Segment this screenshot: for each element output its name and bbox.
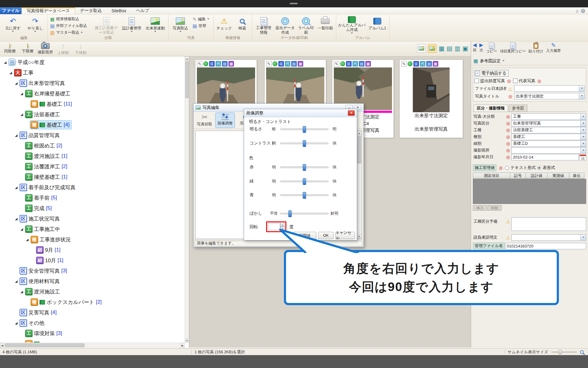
- redo-button[interactable]: ↷ やり直し: [24, 15, 46, 35]
- album1-button[interactable]: アルバム1: [367, 15, 388, 35]
- expand-arrow-icon[interactable]: ◢: [8, 71, 13, 75]
- tree-item[interactable]: ◢ 区 着手前及び完成写真: [0, 182, 185, 193]
- file-jp-name-combo[interactable]: [514, 85, 585, 92]
- expand-arrow-icon[interactable]: ◢: [13, 133, 19, 137]
- tree-item[interactable]: 工 着手前 [5]: [0, 193, 185, 203]
- easy-album-button[interactable]: かんたんアルバム作成: [338, 15, 366, 35]
- tree-item[interactable]: 工 法覆護岸工 [2]: [0, 161, 185, 172]
- spin-up-icon[interactable]: ▲: [280, 223, 285, 227]
- edit-photo-icon[interactable]: ✎: [401, 61, 407, 67]
- slider-thumb[interactable]: [303, 140, 306, 147]
- view-cols-icon[interactable]: ▥: [454, 45, 460, 52]
- representative-badge[interactable]: 代: [352, 61, 358, 67]
- same-level-button[interactable]: → 同階層: [1, 42, 18, 56]
- file-menu-button[interactable]: ファイル: [0, 7, 21, 14]
- category-combo[interactable]: 法留基礎工: [511, 127, 586, 133]
- expand-arrow-icon[interactable]: ◢: [2, 60, 8, 64]
- scrollbar-thumb[interactable]: [357, 136, 361, 163]
- representative-photo-checkbox[interactable]: [513, 79, 518, 83]
- tree-item[interactable]: 工 擁壁基礎工 [1]: [0, 172, 185, 182]
- tree-item[interactable]: ◢ 区 出来形管理写真: [0, 78, 185, 88]
- work-type-reserve-field[interactable]: [511, 217, 586, 231]
- edit-photo-icon[interactable]: ✎: [197, 61, 202, 67]
- blue-slider[interactable]: [280, 194, 329, 196]
- list-print-button[interactable]: 一覧印刷: [316, 15, 334, 35]
- next-photo-button[interactable]: ▶ 次: [479, 43, 483, 52]
- edit-vertical-scrollbar[interactable]: ▲ ▼: [357, 131, 361, 239]
- submit-badge[interactable]: 提: [346, 61, 352, 67]
- tree-item[interactable]: ◢ 工 法留基礎工: [0, 109, 185, 120]
- scroll-left-icon[interactable]: ◀: [0, 343, 4, 347]
- contrast-slider[interactable]: [280, 143, 329, 144]
- label-print-button[interactable]: ✎ ラベル印刷: [297, 15, 315, 35]
- adjust-tool-button[interactable]: 画像調整: [215, 113, 235, 128]
- scroll-right-icon[interactable]: ▶: [180, 343, 185, 347]
- expand-arrow-icon[interactable]: ◢: [13, 279, 19, 283]
- print-badge-icon[interactable]: ▤: [426, 61, 432, 67]
- tree-vertical-scrollbar[interactable]: ▲ ▼: [185, 56, 189, 343]
- tree-item[interactable]: 種 ボックスカルバート [2]: [0, 297, 185, 307]
- crop-tool-button[interactable]: ✂ 写真切取: [195, 113, 214, 128]
- tree-item[interactable]: ◢ 種 工事進捗状況: [0, 234, 185, 245]
- tree-item[interactable]: 種: [0, 339, 185, 343]
- contractor-note-combo[interactable]: [511, 234, 586, 241]
- tree-item[interactable]: 工 完成 [5]: [0, 203, 185, 213]
- tree-item[interactable]: ◢ 平成○○年度: [0, 57, 185, 67]
- tree-item[interactable]: 区 災害写真 [4]: [0, 307, 185, 318]
- tree-item[interactable]: 細 9月 [1]: [0, 245, 185, 255]
- text-format-radio[interactable]: [505, 166, 509, 170]
- electronic-delivery-checkbox[interactable]: ✓ 電子納品する: [474, 70, 509, 77]
- import-master-button[interactable]: ▥ マスター取込: [49, 29, 92, 36]
- reference-figure-settings-button[interactable]: ▦ 参考図設定: [471, 57, 588, 65]
- tab-sitebox[interactable]: SiteBox: [107, 7, 131, 14]
- adjust-title-bar[interactable]: 画像調整 ✕: [244, 109, 357, 117]
- close-icon[interactable]: ✕: [348, 110, 355, 116]
- tab-data-import[interactable]: データ取込: [75, 7, 107, 14]
- view-rows-icon[interactable]: ▤: [447, 45, 452, 52]
- tree-item[interactable]: 工 根固め工 [2]: [0, 140, 185, 151]
- green-slider[interactable]: [280, 181, 329, 182]
- print-badge-icon[interactable]: ▤: [359, 61, 364, 67]
- tab-photo-database[interactable]: 写真情報データベース: [21, 7, 75, 14]
- measurement-table-body[interactable]: [473, 179, 586, 204]
- design-doc-button[interactable]: 設計書管理: [120, 15, 143, 35]
- combo-button[interactable]: [580, 148, 586, 153]
- view-mode-thumbnail-button[interactable]: [428, 44, 436, 53]
- tree-item[interactable]: ◢ 大 工事: [0, 67, 185, 78]
- import-estimate-button[interactable]: ▦ 積算情報取込: [49, 16, 92, 22]
- tree-item[interactable]: ◢ 区 品質管理写真: [0, 130, 185, 140]
- representative-badge[interactable]: 代: [420, 61, 425, 67]
- combo-button[interactable]: [580, 235, 586, 240]
- expand-arrow-icon[interactable]: ◢: [13, 217, 19, 221]
- combo-button[interactable]: [580, 127, 586, 133]
- category-combo[interactable]: [511, 147, 586, 154]
- expand-arrow-icon[interactable]: ◢: [19, 227, 24, 231]
- home-icon[interactable]: ⌂: [576, 8, 579, 13]
- submit-badge[interactable]: 提: [278, 61, 284, 67]
- edit-photo-icon[interactable]: ✎: [266, 61, 272, 67]
- scrollbar-thumb[interactable]: [185, 61, 189, 98]
- tree-item[interactable]: ◢ 区 施工状況写真: [0, 213, 185, 224]
- submit-data-button[interactable]: 提出データ作成: [274, 15, 296, 35]
- slider-thumb[interactable]: [303, 126, 306, 133]
- tab-category-shooting-info[interactable]: 区分・撮影情報: [473, 105, 508, 112]
- category-combo[interactable]: 基礎工D: [511, 140, 586, 147]
- tree-item[interactable]: ◢ 区 使用材料写真: [0, 276, 185, 286]
- combo-button[interactable]: [580, 114, 586, 120]
- copy-button[interactable]: コピー: [486, 43, 497, 53]
- slider-thumb[interactable]: [559, 350, 562, 354]
- combo-button[interactable]: [580, 134, 586, 140]
- expand-arrow-icon[interactable]: ◢: [24, 238, 30, 242]
- combo-button[interactable]: [580, 121, 586, 126]
- project-info-button[interactable]: 工事管理情報: [254, 15, 273, 35]
- combo-button[interactable]: [579, 86, 584, 91]
- tree-item[interactable]: 工 渡河施設工 [1]: [0, 151, 185, 161]
- expand-arrow-icon[interactable]: ◢: [13, 321, 19, 325]
- print-badge-icon[interactable]: ▤: [222, 61, 228, 67]
- tree-item[interactable]: 種 基礎工 [11]: [0, 99, 185, 109]
- view-cell-icon[interactable]: ▣: [462, 45, 468, 52]
- combo-button[interactable]: [580, 141, 586, 147]
- input-history-button[interactable]: ✎ 入力履歴: [546, 43, 561, 52]
- photo-import-button[interactable]: 写真取込: [170, 15, 191, 35]
- frequency-photo-checkbox[interactable]: [474, 79, 479, 83]
